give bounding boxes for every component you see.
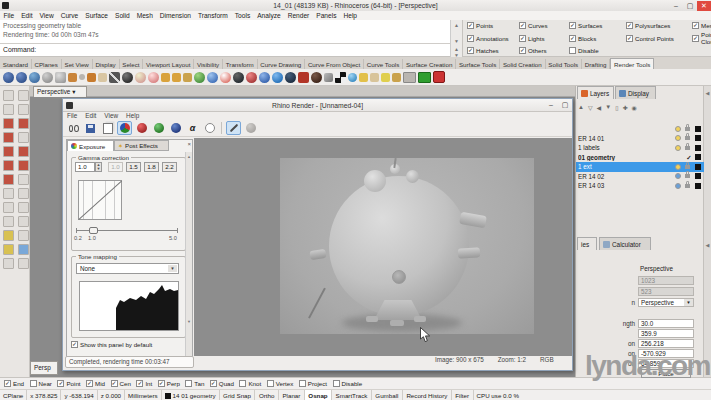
checkbox-icon[interactable] <box>30 380 37 387</box>
lock-icon[interactable] <box>685 165 690 169</box>
lock-icon[interactable] <box>685 127 690 131</box>
osnap-end[interactable]: End <box>4 380 24 387</box>
projection-dropdown[interactable]: Perspective▼ <box>638 298 694 307</box>
menu-analyze[interactable]: Analyze <box>254 12 284 19</box>
menu-help[interactable]: Help <box>340 12 361 19</box>
layer-row[interactable]: ER 14 03 <box>576 181 704 191</box>
find-icon[interactable] <box>66 121 81 135</box>
tab-viewport-layout[interactable]: Viewport Layout <box>143 59 194 69</box>
delete-layer-icon[interactable]: ▽ <box>588 104 593 111</box>
viewport-tab-perspective[interactable]: Perspective ▾ <box>33 86 87 97</box>
alpha-channel-icon[interactable]: α <box>185 121 200 135</box>
menu-edit[interactable]: Edit <box>81 112 100 119</box>
tab-standard[interactable]: Standard <box>0 59 32 69</box>
checkbox-icon[interactable] <box>569 47 576 54</box>
bulb-icon[interactable] <box>675 126 681 132</box>
pen-tool-icon[interactable] <box>226 121 241 135</box>
osnap-quad[interactable]: Quad <box>210 380 234 387</box>
tool-icon[interactable] <box>98 73 107 82</box>
tool-icon[interactable] <box>3 146 14 157</box>
tab-surface-creation[interactable]: Surface Creation <box>403 59 456 69</box>
menu-file[interactable]: File <box>0 12 18 19</box>
wireframe-channel-icon[interactable] <box>202 121 217 135</box>
filter-point-clouds[interactable]: Point Clouds <box>692 31 711 45</box>
globe-icon[interactable] <box>259 72 270 83</box>
record-history-toggle[interactable]: Record History <box>403 390 452 400</box>
osnap-perp[interactable]: Perp <box>158 380 180 387</box>
tool-icon[interactable] <box>370 73 379 82</box>
bulb-icon[interactable] <box>675 164 681 170</box>
animation-icon[interactable] <box>403 72 416 83</box>
menu-curve[interactable]: Curve <box>57 12 82 19</box>
layer-row-selected[interactable]: 1 ext <box>576 162 704 172</box>
help-icon[interactable]: ◉ <box>632 104 637 111</box>
filter-meshes[interactable]: Meshes <box>692 22 711 29</box>
checkbox-icon[interactable] <box>185 380 192 387</box>
lock-icon[interactable] <box>685 184 690 188</box>
filter-points[interactable]: Points <box>467 22 519 29</box>
chevron-down-icon[interactable]: ▾ <box>72 88 75 95</box>
slider-thumb[interactable] <box>89 227 98 234</box>
new-layer-icon[interactable]: ▲ <box>578 104 584 110</box>
gumball-toggle[interactable]: Gumball <box>372 390 403 400</box>
maximize-icon[interactable]: ▢ <box>683 1 697 11</box>
render-settings-icon[interactable] <box>42 72 53 83</box>
menu-edit[interactable]: Edit <box>18 12 36 19</box>
render-preview-icon[interactable] <box>16 72 27 83</box>
checkbox-icon[interactable] <box>519 22 526 29</box>
filter-control-points[interactable]: Control Points <box>626 31 692 45</box>
menu-view[interactable]: View <box>100 112 122 119</box>
tab-display[interactable]: Display <box>93 59 120 69</box>
grid-snap-toggle[interactable]: Grid Snap <box>220 390 256 400</box>
osnap-mid[interactable]: Mid <box>86 380 105 387</box>
maximize-icon[interactable]: ▢ <box>558 100 572 110</box>
material-icon[interactable] <box>298 72 309 83</box>
menu-tools[interactable]: Tools <box>231 12 253 19</box>
copy-icon[interactable] <box>100 121 115 135</box>
tool-icon[interactable] <box>3 160 14 171</box>
tool-icon[interactable] <box>18 146 29 157</box>
checkbox-icon[interactable] <box>267 380 274 387</box>
tool-icon[interactable] <box>3 118 14 129</box>
tool-icon[interactable] <box>392 73 401 82</box>
menu-help[interactable]: Help <box>122 112 143 119</box>
tool-icon[interactable] <box>18 188 29 199</box>
tool-icon[interactable] <box>3 230 14 241</box>
layer-color-swatch[interactable] <box>695 135 701 141</box>
checkbox-icon[interactable] <box>158 380 165 387</box>
bulb-icon[interactable] <box>675 183 681 189</box>
filter-disable[interactable]: Disable <box>569 47 626 54</box>
lock-icon[interactable] <box>685 146 690 150</box>
globe-icon[interactable] <box>246 72 257 83</box>
filter-lights[interactable]: Lights <box>519 31 569 45</box>
tool-icon[interactable] <box>3 174 14 185</box>
menu-dimension[interactable]: Dimension <box>156 12 194 19</box>
render-icon[interactable] <box>3 72 14 83</box>
panel-scrollbar[interactable]: ▲▼ <box>185 152 192 356</box>
bulb-icon[interactable] <box>675 145 681 151</box>
tool-icon[interactable] <box>3 258 14 269</box>
tool-icon[interactable] <box>18 118 29 129</box>
light-icon[interactable] <box>161 73 170 82</box>
command-spinner[interactable]: ▲▼ <box>450 44 462 57</box>
tab-curve-from-object[interactable]: Curve From Object <box>305 59 364 69</box>
checkbox-icon[interactable] <box>692 22 699 29</box>
green-channel-icon[interactable] <box>151 121 166 135</box>
material-icon[interactable] <box>311 72 322 83</box>
tool-icon[interactable] <box>381 73 390 82</box>
tab-curve-tools[interactable]: Curve Tools <box>364 59 403 69</box>
osnap-tan[interactable]: Tan <box>185 380 204 387</box>
layer-color-swatch[interactable] <box>695 164 701 170</box>
tool-icon[interactable] <box>79 74 85 80</box>
sun-icon[interactable] <box>272 72 283 83</box>
filter-curves[interactable]: Curves <box>519 22 569 29</box>
record-icon[interactable] <box>433 71 445 83</box>
tool-icon[interactable] <box>3 216 14 227</box>
sphere-icon[interactable] <box>348 73 357 82</box>
texture-icon[interactable] <box>220 72 231 83</box>
layer-row[interactable]: ER 14 01 <box>576 134 704 144</box>
osnap-project[interactable]: Project <box>299 380 327 387</box>
layer-color-swatch[interactable] <box>695 126 701 132</box>
material-icon[interactable] <box>135 72 146 83</box>
tab-transform[interactable]: Transform <box>223 59 258 69</box>
